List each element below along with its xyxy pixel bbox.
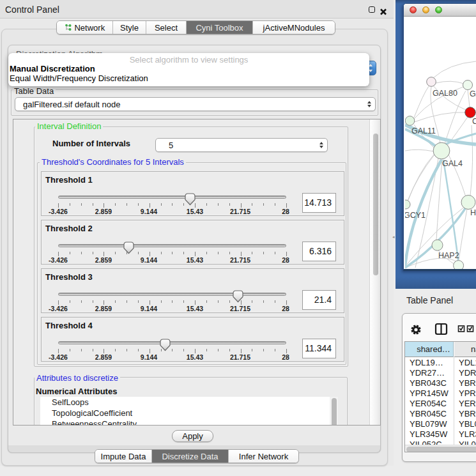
svg-text:HAP2: HAP2 [438, 251, 459, 260]
svg-text:GA: GA [470, 89, 476, 98]
svg-text:GAL11: GAL11 [411, 127, 436, 135]
svg-text:GCY1: GCY1 [405, 211, 426, 220]
svg-text:GAL4: GAL4 [442, 159, 463, 168]
svg-text:C: C [472, 117, 476, 126]
svg-text:GAL80: GAL80 [433, 89, 457, 98]
svg-text:H: H [470, 208, 476, 217]
